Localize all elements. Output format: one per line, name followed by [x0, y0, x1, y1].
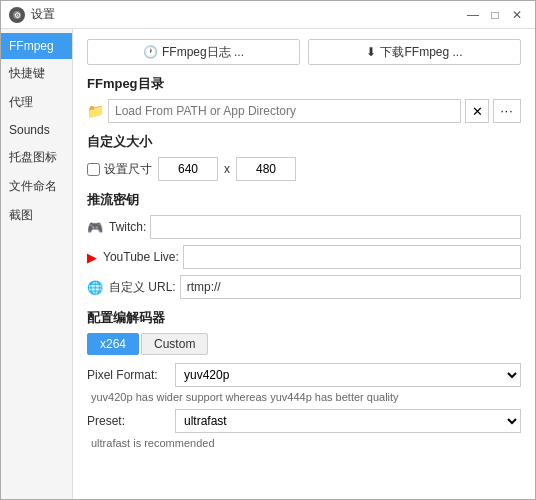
custom-url-row: 🌐 自定义 URL: [87, 275, 521, 299]
youtube-icon: ▶ [87, 250, 97, 265]
minimize-button[interactable]: — [463, 5, 483, 25]
window-title: 设置 [31, 6, 463, 23]
pixel-format-label: Pixel Format: [87, 368, 167, 382]
pixel-format-hint: yuv420p has wider support whereas yuv444… [87, 391, 521, 403]
clock-icon: 🕐 [143, 45, 158, 59]
titlebar-buttons: — □ ✕ [463, 5, 527, 25]
ffmpeg-dir-section-title: FFmpeg目录 [87, 75, 521, 93]
stream-key-section-title: 推流密钥 [87, 191, 521, 209]
sidebar-item-filename[interactable]: 文件命名 [1, 172, 72, 201]
sidebar: FFmpeg 快捷键 代理 Sounds 托盘图标 文件命名 截图 [1, 29, 73, 499]
custom-url-label: 自定义 URL: [109, 279, 176, 296]
width-input[interactable] [158, 157, 218, 181]
settings-window: ⚙ 设置 — □ ✕ FFmpeg 快捷键 代理 Sounds 托 [0, 0, 536, 500]
ffmpeg-dir-input[interactable] [108, 99, 461, 123]
sidebar-item-hotkeys[interactable]: 快捷键 [1, 59, 72, 88]
preset-row: Preset: ultrafast superfast veryfast fas… [87, 409, 521, 433]
codec-section-title: 配置编解码器 [87, 309, 521, 327]
set-size-checkbox-label[interactable]: 设置尺寸 [87, 161, 152, 178]
clear-dir-button[interactable]: ✕ [465, 99, 489, 123]
sidebar-item-screenshot[interactable]: 截图 [1, 201, 72, 230]
globe-icon: 🌐 [87, 280, 103, 295]
preset-label: Preset: [87, 414, 167, 428]
sidebar-item-tray[interactable]: 托盘图标 [1, 143, 72, 172]
maximize-button[interactable]: □ [485, 5, 505, 25]
youtube-label: YouTube Live: [103, 250, 179, 264]
content-area: FFmpeg 快捷键 代理 Sounds 托盘图标 文件命名 截图 [1, 29, 535, 499]
tab-custom[interactable]: Custom [141, 333, 208, 355]
sidebar-item-proxy[interactable]: 代理 [1, 88, 72, 117]
set-size-checkbox[interactable] [87, 163, 100, 176]
sidebar-item-sounds[interactable]: Sounds [1, 117, 72, 143]
twitch-row: 🎮 Twitch: [87, 215, 521, 239]
custom-url-input[interactable] [180, 275, 521, 299]
twitch-key-input[interactable] [150, 215, 521, 239]
twitch-icon: 🎮 [87, 220, 103, 235]
twitch-label: Twitch: [109, 220, 146, 234]
folder-icon: 📁 [87, 103, 104, 119]
close-button[interactable]: ✕ [507, 5, 527, 25]
preset-select[interactable]: ultrafast superfast veryfast faster fast… [175, 409, 521, 433]
youtube-row: ▶ YouTube Live: [87, 245, 521, 269]
top-buttons-row: 🕐 FFmpeg日志 ... ⬇ 下载FFmpeg ... [87, 39, 521, 65]
height-input[interactable] [236, 157, 296, 181]
size-row: 设置尺寸 x [87, 157, 521, 181]
tab-x264[interactable]: x264 [87, 333, 139, 355]
window-icon: ⚙ [9, 7, 25, 23]
youtube-key-input[interactable] [183, 245, 521, 269]
titlebar: ⚙ 设置 — □ ✕ [1, 1, 535, 29]
download-icon: ⬇ [366, 45, 376, 59]
x-separator: x [224, 162, 230, 176]
codec-tabs: x264 Custom [87, 333, 521, 355]
preset-hint: ultrafast is recommended [87, 437, 521, 449]
download-ffmpeg-button[interactable]: ⬇ 下载FFmpeg ... [308, 39, 521, 65]
ffmpeg-dir-row: 📁 ✕ ··· [87, 99, 521, 123]
custom-size-section-title: 自定义大小 [87, 133, 521, 151]
ffmpeg-log-button[interactable]: 🕐 FFmpeg日志 ... [87, 39, 300, 65]
svg-text:⚙: ⚙ [14, 11, 21, 20]
sidebar-item-ffmpeg[interactable]: FFmpeg [1, 33, 72, 59]
browse-dir-button[interactable]: ··· [493, 99, 521, 123]
pixel-format-row: Pixel Format: yuv420p yuv444p [87, 363, 521, 387]
pixel-format-select[interactable]: yuv420p yuv444p [175, 363, 521, 387]
main-content: 🕐 FFmpeg日志 ... ⬇ 下载FFmpeg ... FFmpeg目录 📁… [73, 29, 535, 499]
